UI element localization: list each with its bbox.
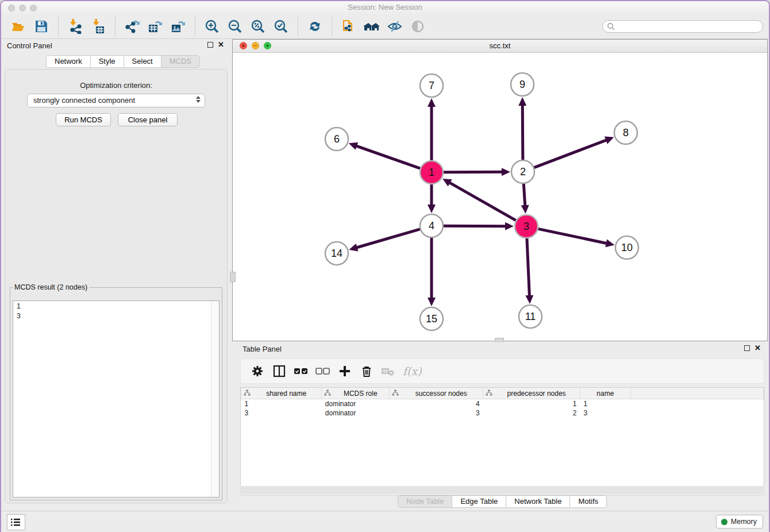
new-network-from-selection-icon[interactable] xyxy=(340,18,357,35)
table-tabs: Node TableEdge TableNetwork TableMotifs xyxy=(236,495,769,508)
toolbar-separator xyxy=(298,17,298,36)
close-panel-button[interactable]: Close panel xyxy=(118,113,178,126)
graph-node-label-6: 6 xyxy=(334,133,340,145)
mcds-result-text[interactable]: 13 xyxy=(13,300,220,498)
table-cell[interactable]: 1 xyxy=(483,399,580,409)
refresh-icon[interactable] xyxy=(306,18,324,35)
graph-edge-arrowhead xyxy=(428,98,436,107)
import-table-icon[interactable] xyxy=(90,18,107,35)
task-history-button[interactable] xyxy=(7,514,25,530)
table-cell[interactable]: dominator xyxy=(322,408,390,418)
table-cell[interactable]: 1 xyxy=(241,399,322,409)
show-all-icon[interactable] xyxy=(409,18,426,35)
panel-splitter-handle-vertical[interactable] xyxy=(230,272,236,282)
table-cell[interactable]: 3 xyxy=(390,408,483,418)
network-window-titlebar[interactable]: × − + scc.txt xyxy=(233,40,767,53)
graph-node-label-11: 11 xyxy=(525,311,536,322)
graph-edge-2-9[interactable] xyxy=(522,104,523,160)
table-cell[interactable]: 4 xyxy=(390,399,483,409)
settings-gear-icon[interactable] xyxy=(249,363,265,379)
search-input[interactable] xyxy=(602,20,763,33)
column-type-icon xyxy=(486,390,492,398)
table-cell-filler xyxy=(630,408,763,418)
application-window: Session: New Session xyxy=(0,0,770,532)
export-image-icon[interactable] xyxy=(170,18,187,35)
table-panel-close-icon[interactable]: ✕ xyxy=(754,345,761,351)
column-view-icon[interactable] xyxy=(271,363,287,379)
search-icon xyxy=(607,22,615,30)
column-header-label: shared name xyxy=(253,390,319,398)
save-session-icon[interactable] xyxy=(33,18,50,35)
memory-button[interactable]: Memory xyxy=(716,515,763,529)
tab-network-table[interactable]: Network Table xyxy=(506,495,569,508)
tab-mcds[interactable]: MCDS xyxy=(161,55,200,68)
column-header-successor-nodes[interactable]: successor nodes xyxy=(390,388,483,399)
graph-edge-arrowhead xyxy=(428,298,436,306)
column-header-shared-name[interactable]: shared name xyxy=(241,388,322,399)
first-neighbors-icon[interactable] xyxy=(363,18,380,35)
graph-edge-arrowhead xyxy=(349,142,358,150)
table-cell[interactable]: 2 xyxy=(483,408,580,418)
graph-node-label-7: 7 xyxy=(429,80,434,91)
graph-node-label-8: 8 xyxy=(623,127,629,138)
graph-edge-3-10[interactable] xyxy=(538,229,608,244)
table-cell[interactable]: 1 xyxy=(580,399,630,409)
graph-edge-arrowhead xyxy=(605,239,614,247)
graph-edge-2-8[interactable] xyxy=(534,140,608,167)
memory-status-icon xyxy=(721,519,727,525)
table-panel-float-icon[interactable] xyxy=(744,345,750,351)
table-cell[interactable]: 3 xyxy=(241,408,322,418)
network-view-window: × − + scc.txt 7968124314101511 xyxy=(232,39,768,341)
network-graph[interactable]: 7968124314101511 xyxy=(233,52,767,341)
column-header-mcds-role[interactable]: MCDS role xyxy=(322,388,390,399)
control-panel-float-icon[interactable] xyxy=(207,42,213,48)
graph-edge-1-2[interactable] xyxy=(444,172,503,172)
graph-edge-3-11[interactable] xyxy=(527,238,530,297)
tab-node-table[interactable]: Node Table xyxy=(398,495,452,508)
os-titlebar: Session: New Session xyxy=(1,1,769,14)
column-header-predecessor-nodes[interactable]: predecessor nodes xyxy=(483,388,580,399)
delete-column-icon[interactable] xyxy=(359,363,375,379)
export-table-icon[interactable] xyxy=(147,18,164,35)
graph-edge-2-3[interactable] xyxy=(523,184,525,207)
table-row[interactable]: 1dominator411 xyxy=(241,399,764,409)
import-network-icon[interactable] xyxy=(67,18,84,35)
zoom-fit-icon[interactable] xyxy=(249,18,267,35)
graph-edge-4-14[interactable] xyxy=(356,229,420,248)
graph-edge-1-6[interactable] xyxy=(355,145,420,168)
graph-edge-arrowhead xyxy=(525,295,533,304)
hide-selected-icon[interactable] xyxy=(386,18,403,35)
tab-select[interactable]: Select xyxy=(124,55,161,68)
tab-style[interactable]: Style xyxy=(90,55,124,68)
delete-table-icon[interactable] xyxy=(380,363,396,379)
add-column-icon[interactable] xyxy=(337,363,353,379)
graph-edge-3-1[interactable] xyxy=(449,182,516,221)
run-mcds-button[interactable]: Run MCDS xyxy=(56,113,111,126)
node-table-grid[interactable]: shared nameMCDS rolesuccessor nodesprede… xyxy=(241,388,764,418)
control-panel-close-icon[interactable]: ✕ xyxy=(218,42,224,48)
toolbar-separator xyxy=(332,17,332,36)
table-row[interactable]: 3dominator323 xyxy=(241,408,764,418)
table-cell[interactable]: dominator xyxy=(322,399,390,409)
export-network-icon[interactable] xyxy=(124,18,141,35)
main-toolbar xyxy=(1,14,769,39)
control-tabs: NetworkStyleSelectMCDS xyxy=(46,55,200,68)
tab-edge-table[interactable]: Edge Table xyxy=(452,495,506,508)
tab-network[interactable]: Network xyxy=(46,55,90,68)
optimization-criterion-select[interactable]: strongly connected component xyxy=(27,94,205,107)
graph-edge-arrowhead xyxy=(428,205,436,213)
table-cell[interactable]: 3 xyxy=(580,408,630,418)
mcds-result-title: MCDS result (2 nodes) xyxy=(13,283,89,291)
zoom-in-icon[interactable] xyxy=(203,18,221,35)
open-file-icon[interactable] xyxy=(10,18,27,35)
select-all-icon[interactable] xyxy=(293,363,309,379)
graph-edge-4-3[interactable] xyxy=(444,226,507,226)
mcds-result-scrollbar[interactable] xyxy=(211,301,219,497)
deselect-all-icon[interactable] xyxy=(315,363,331,379)
zoom-out-icon[interactable] xyxy=(226,18,244,35)
column-header-name[interactable]: name xyxy=(580,388,630,399)
zoom-selected-icon[interactable] xyxy=(272,18,290,35)
graph-node-label-1: 1 xyxy=(429,167,434,178)
control-panel: Control Panel ✕ NetworkStyleSelectMCDS O… xyxy=(1,39,231,504)
tab-motifs[interactable]: Motifs xyxy=(569,495,607,508)
